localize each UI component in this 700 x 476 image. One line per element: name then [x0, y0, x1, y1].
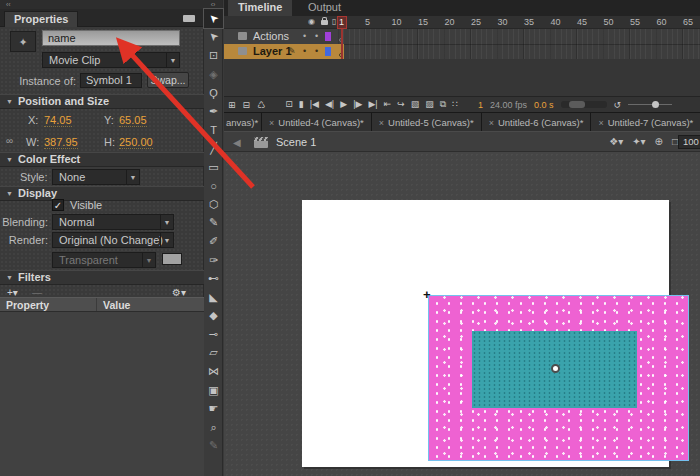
transformation-point-icon[interactable]: [551, 364, 560, 373]
layer-name[interactable]: Actions: [253, 29, 289, 44]
ruler-frame-55[interactable]: 55: [630, 17, 640, 27]
stage[interactable]: +: [302, 200, 669, 467]
ruler-frame-35[interactable]: 35: [524, 17, 534, 27]
close-tab-icon[interactable]: ×: [379, 118, 384, 128]
hand-tool[interactable]: ☛: [204, 399, 223, 418]
transparent-color-swatch[interactable]: [162, 253, 182, 265]
back-arrow-icon[interactable]: ◀: [233, 137, 241, 148]
ruler-frame-1[interactable]: 1: [339, 17, 344, 27]
layer-name[interactable]: Layer 1: [253, 44, 292, 59]
filters-table-body[interactable]: [0, 312, 204, 476]
document-tab-4[interactable]: ×Untitled-7 (Canvas)*: [591, 113, 700, 131]
outline-layers-icon[interactable]: ▯: [332, 17, 336, 26]
go-last-frame-button[interactable]: ▶|: [368, 99, 377, 110]
ruler-frame-5[interactable]: 5: [365, 17, 370, 27]
scrollbar-thumb[interactable]: [569, 101, 585, 108]
lock-layers-icon[interactable]: [321, 20, 328, 25]
paint-brush-tool[interactable]: ✑: [204, 251, 223, 270]
ruler-frame-20[interactable]: 20: [445, 17, 455, 27]
tab-properties[interactable]: Properties: [4, 11, 78, 27]
swap-button[interactable]: Swap...: [147, 72, 189, 88]
frames-grid[interactable]: [338, 29, 700, 59]
visible-checkbox[interactable]: ✓: [52, 199, 64, 211]
brush-tool[interactable]: ✐: [204, 232, 223, 251]
layer-visibility-dot[interactable]: •: [303, 29, 306, 44]
edit-scene-button[interactable]: ❖▾: [609, 136, 623, 147]
free-transform-tool[interactable]: ⊡: [204, 46, 223, 65]
play-button[interactable]: ▶: [340, 99, 347, 110]
tab-timeline[interactable]: Timeline: [228, 0, 292, 16]
layer-row-actions[interactable]: Actions • •: [224, 29, 338, 44]
reset-timeline-zoom-icon[interactable]: ↺: [614, 100, 622, 110]
ruler-frame-15[interactable]: 15: [418, 17, 428, 27]
edit-symbols-button[interactable]: ✦▾: [632, 136, 645, 147]
new-layer-icon[interactable]: ⊞: [228, 100, 236, 110]
oval-tool[interactable]: ○: [204, 176, 223, 195]
marker-icon[interactable]: ▮: [299, 99, 304, 110]
step-back-button[interactable]: ◀|: [325, 99, 334, 110]
gradient-transform-tool[interactable]: ◈: [204, 65, 223, 84]
scene-breadcrumb[interactable]: Scene 1: [276, 136, 316, 148]
section-filters[interactable]: ▼Filters: [0, 270, 204, 285]
lasso-tool[interactable]: Ϙ: [204, 83, 223, 102]
stroke-color-well[interactable]: ✎: [204, 437, 223, 456]
loop-range-icon[interactable]: ⇤: [384, 99, 392, 110]
center-stage-icon[interactable]: ⊕: [655, 136, 663, 147]
subselection-tool[interactable]: ➤: [204, 28, 223, 47]
fps-value[interactable]: 24.00 fps: [490, 100, 527, 110]
section-position-size[interactable]: ▼Position and Size: [0, 94, 204, 109]
close-tab-icon[interactable]: ×: [269, 118, 274, 128]
rectangle-tool[interactable]: ▭: [204, 158, 223, 177]
ruler-frame-65[interactable]: 65: [683, 17, 693, 27]
slider-knob[interactable]: [652, 101, 659, 108]
timeline-zoom-slider[interactable]: [628, 104, 672, 105]
layer-outline-color-swatch[interactable]: [325, 32, 331, 41]
style-dropdown[interactable]: None ▼: [52, 169, 140, 185]
layer-lock-dot[interactable]: •: [315, 44, 318, 59]
ruler-frame-10[interactable]: 10: [392, 17, 402, 27]
layer-visibility-dot[interactable]: •: [303, 44, 306, 59]
eyedropper-tool[interactable]: ⊸: [204, 325, 223, 344]
blending-dropdown[interactable]: Normal ▼: [52, 214, 174, 230]
x-value[interactable]: 74.05: [44, 114, 72, 127]
layer-lock-dot[interactable]: •: [315, 29, 318, 44]
pen-tool[interactable]: ✒: [204, 102, 223, 121]
delete-layer-icon[interactable]: ♺: [257, 100, 265, 110]
ink-bottle-tool[interactable]: ◆: [204, 307, 223, 326]
ruler-frame-45[interactable]: 45: [577, 17, 587, 27]
center-frame-icon[interactable]: ⊡: [285, 99, 293, 110]
text-tool[interactable]: T: [204, 121, 223, 140]
line-tool[interactable]: ╱: [204, 139, 223, 158]
paint-bucket-tool[interactable]: ◣: [204, 288, 223, 307]
ruler-frame-40[interactable]: 40: [551, 17, 561, 27]
onion-skin-icon[interactable]: ▧: [411, 99, 420, 110]
modify-markers-icon[interactable]: ∷: [452, 99, 458, 110]
canvas-pasteboard[interactable]: +: [224, 152, 700, 476]
symbol-type-dropdown[interactable]: Movie Clip ▼: [42, 52, 180, 68]
polystar-tool[interactable]: ⬡: [204, 195, 223, 214]
document-tab-2[interactable]: ×Untitled-5 (Canvas)*: [372, 113, 482, 131]
camera-tool[interactable]: ▣: [204, 381, 223, 400]
layer-row-layer1[interactable]: Layer 1 ✎ • •: [224, 44, 338, 59]
selection-tool[interactable]: ➤: [204, 9, 223, 28]
bone-tool[interactable]: ⊷: [204, 269, 223, 288]
document-tab-1[interactable]: ×Untitled-4 (Canvas)*: [262, 113, 372, 131]
width-tool[interactable]: ⋈: [204, 362, 223, 381]
ruler-frame-50[interactable]: 50: [604, 17, 614, 27]
tab-output[interactable]: Output: [298, 0, 351, 16]
render-dropdown[interactable]: Original (No Change) ▼: [52, 232, 174, 248]
tools-collapse-strip[interactable]: ‹›: [204, 0, 222, 9]
loop-playback-icon[interactable]: ↪: [397, 99, 405, 110]
panel-collapse-strip[interactable]: ‹‹: [0, 0, 204, 9]
h-value[interactable]: 250.00: [119, 136, 153, 149]
step-forward-button[interactable]: |▶: [353, 99, 362, 110]
ruler-frame-60[interactable]: 60: [657, 17, 667, 27]
show-hide-layers-eye-icon[interactable]: ◉: [308, 17, 315, 26]
go-first-frame-button[interactable]: |◀: [310, 99, 319, 110]
timeline-scrollbar[interactable]: [561, 101, 607, 108]
section-color-effect[interactable]: ▼Color Effect: [0, 152, 204, 167]
new-folder-icon[interactable]: ⊟: [243, 100, 251, 110]
panel-menu-icon[interactable]: [183, 15, 195, 22]
onion-skin-outline-icon[interactable]: ▨: [425, 99, 434, 110]
edit-multiple-frames-icon[interactable]: ⧉: [440, 99, 446, 110]
